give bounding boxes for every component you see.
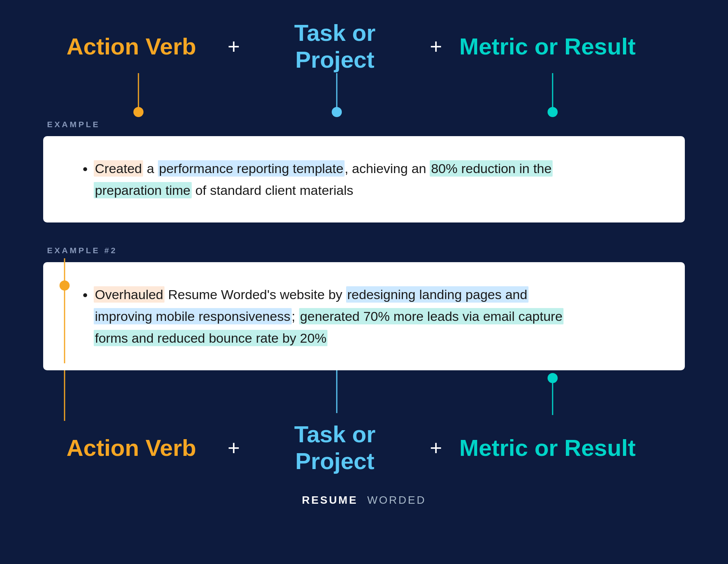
svg-point-3 [332,107,342,117]
svg-point-5 [548,107,558,117]
example2-label: EXAMPLE #2 [43,246,685,255]
brand-logo: RESUME WORDED [43,494,685,506]
gap-1 [43,222,685,246]
formula-task-label: Task or Project [257,19,413,73]
example2-metric-highlight-3: forms and reduced bounce rate by 20% [94,330,327,346]
bottom-formula-row: Action Verb + Task or Project + Metric o… [43,421,685,475]
bottom-formula-task: Task or Project [257,421,413,475]
example1-task-highlight: performance reporting template [158,160,345,177]
example2-bullet-item: Overhauled Resume Worded's website by re… [94,284,658,349]
example2-card: Overhauled Resume Worded's website by re… [43,262,685,370]
example1-metric-highlight-2: preparation time [94,182,192,198]
top-formula-row: Action Verb + Task or Project + Metric o… [43,19,685,73]
example1-metric-highlight: 80% reduction in the [430,160,553,177]
bottom-formula-plus-2: + [413,436,459,460]
example2-bullet-list: Overhauled Resume Worded's website by re… [78,284,658,349]
brand-resume: RESUME [302,494,358,506]
formula-metric-label: Metric or Result [459,33,685,60]
example2-task-highlight: redesigning landing pages and [346,286,528,303]
example2-action-highlight: Overhauled [94,286,164,303]
example2-task-highlight-2: improving mobile responsiveness [94,308,292,324]
formula-plus-1: + [210,34,257,58]
formula-action-label: Action Verb [66,33,210,60]
bottom-formula-plus-1: + [210,436,257,460]
svg-point-11 [548,373,558,383]
example1-bullet-item: Created a performance reporting template… [94,158,658,201]
page-wrapper: Action Verb + Task or Project + Metric o… [43,19,685,518]
ex1-connector-svg [43,73,685,120]
example1-action-highlight: Created [94,160,143,177]
example1-card: Created a performance reporting template… [43,136,685,222]
ex1-top-connectors [43,73,685,120]
example1-label: EXAMPLE [43,120,685,129]
bottom-formula-metric: Metric or Result [459,434,685,461]
brand-worded: WORDED [367,494,426,506]
ex2-bottom-connectors-svg [43,370,685,421]
formula-plus-2: + [413,34,459,58]
example2-metric-highlight: generated 70% more leads via email captu… [299,308,564,324]
example2-wrapper: Overhauled Resume Worded's website by re… [43,262,685,421]
action-verb-label: Action Verb [66,33,196,60]
example1-bullet-list: Created a performance reporting template… [78,158,658,201]
bottom-formula-action: Action Verb [66,434,210,461]
svg-point-1 [133,107,144,117]
